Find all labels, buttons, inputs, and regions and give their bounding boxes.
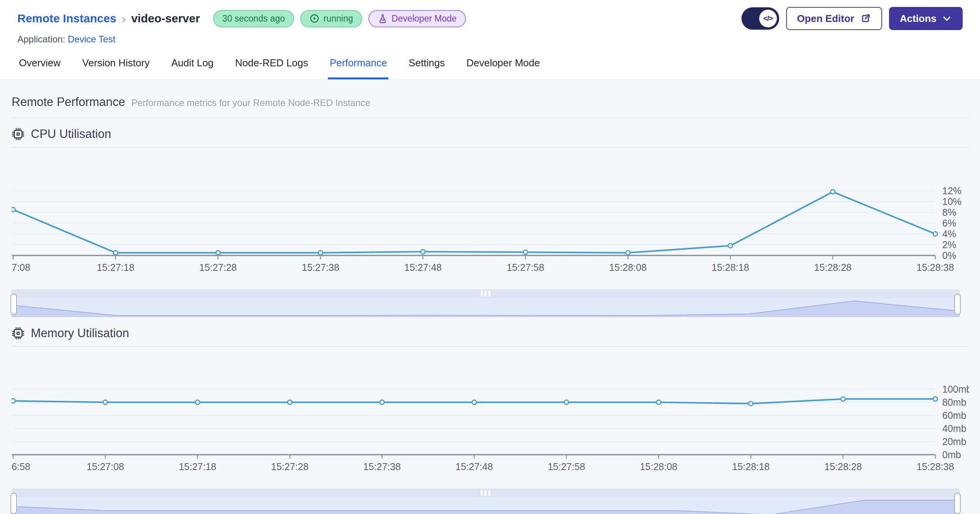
memory-chart: 100mb80mb60mb40mb20mb0mb6:5815:27:0815:2… [12,350,969,477]
memory-brush-strip[interactable] [12,489,960,497]
svg-text:15:28:38: 15:28:38 [916,262,954,273]
page-subtitle: Performance metrics for your Remote Node… [131,97,370,108]
memory-range-slider[interactable] [12,489,960,514]
drag-grip-icon[interactable] [481,490,491,496]
cpu-brush-handle-left[interactable] [10,294,17,315]
svg-text:15:27:18: 15:27:18 [179,461,216,472]
status-badge: running [300,10,362,27]
svg-text:60mb: 60mb [942,410,967,421]
svg-text:15:28:08: 15:28:08 [640,461,677,472]
cpu-section-heading: CPU Utilisation [12,127,969,141]
actions-button[interactable]: Actions [889,7,963,30]
divider [12,118,969,118]
svg-text:2%: 2% [942,239,956,250]
code-icon: </> [759,10,777,27]
breadcrumb-separator-icon: › [122,12,126,26]
drag-grip-icon[interactable] [481,291,491,297]
external-link-icon [860,13,871,24]
last-seen-badge: 30 seconds ago [213,10,294,27]
cpu-brush-strip[interactable] [12,289,960,298]
divider [12,346,969,347]
memory-brush-handle-left[interactable] [10,493,17,514]
svg-text:0mb: 0mb [942,449,961,460]
svg-text:15:27:58: 15:27:58 [507,262,544,273]
tab-version-history[interactable]: Version History [81,49,151,79]
tab-overview[interactable]: Overview [17,49,62,79]
svg-text:6%: 6% [942,218,956,228]
cpu-brush-minimap [12,298,960,317]
memory-section-heading: Memory Utilisation [12,326,969,340]
tab-settings[interactable]: Settings [407,49,446,79]
divider [12,147,969,148]
svg-text:15:27:58: 15:27:58 [548,461,585,472]
instance-name: video-server [131,12,200,25]
tab-node-red-logs[interactable]: Node-RED Logs [234,49,309,79]
svg-text:15:27:38: 15:27:38 [363,461,401,472]
developer-mode-badge: Developer Mode [368,10,466,27]
cpu-chip-icon [12,327,25,340]
svg-text:7:08: 7:08 [12,262,30,273]
svg-text:15:27:28: 15:27:28 [199,262,237,273]
chevron-down-icon [942,13,952,24]
tab-performance[interactable]: Performance [328,49,388,79]
application-label: Application: [17,34,65,44]
main-content: Remote Performance Performance metrics f… [0,80,980,514]
memory-section-title: Memory Utilisation [31,326,129,340]
cpu-range-slider[interactable] [12,289,960,317]
svg-text:100mb: 100mb [942,384,969,395]
svg-text:8%: 8% [942,207,956,218]
breadcrumb: Remote Instances › video-server [17,12,200,26]
svg-text:0%: 0% [942,250,956,261]
breadcrumb-remote-instances-link[interactable]: Remote Instances [17,12,116,25]
svg-text:15:28:38: 15:28:38 [916,461,954,472]
svg-text:15:27:38: 15:27:38 [302,262,339,273]
cpu-chip-icon [12,128,25,141]
memory-brush-minimap [12,497,960,514]
svg-text:40mb: 40mb [942,423,967,434]
svg-text:15:28:28: 15:28:28 [824,461,862,472]
svg-text:15:28:18: 15:28:18 [712,262,749,273]
developer-mode-toggle[interactable]: </> [741,7,779,30]
play-circle-icon [309,13,319,24]
flask-icon [378,13,388,24]
page-header: Remote Instances › video-server 30 secon… [0,0,980,49]
cpu-section-title: CPU Utilisation [31,127,111,141]
application-link[interactable]: Device Test [68,34,116,44]
application-line: Application: Device Test [17,34,963,45]
svg-text:10%: 10% [942,196,962,207]
svg-text:15:28:08: 15:28:08 [609,262,647,273]
svg-text:15:28:28: 15:28:28 [814,262,851,273]
svg-text:6:58: 6:58 [12,461,30,472]
svg-text:15:27:48: 15:27:48 [404,262,442,273]
svg-text:12%: 12% [942,185,962,196]
svg-text:20mb: 20mb [942,436,967,447]
tab-developer-mode[interactable]: Developer Mode [465,49,541,79]
memory-brush-handle-right[interactable] [954,493,961,514]
svg-text:15:27:08: 15:27:08 [87,461,124,472]
open-editor-button[interactable]: Open Editor [786,7,882,30]
page-title: Remote Performance [12,95,125,109]
svg-text:15:27:18: 15:27:18 [97,262,134,273]
svg-text:15:27:48: 15:27:48 [456,461,493,472]
svg-text:15:28:18: 15:28:18 [732,461,770,472]
tab-audit-log[interactable]: Audit Log [170,49,215,79]
cpu-chart: 12%10%8%6%4%2%0%7:0815:27:1815:27:2815:2… [12,151,969,278]
svg-text:15:27:28: 15:27:28 [271,461,308,472]
cpu-brush-handle-right[interactable] [954,294,961,315]
tab-bar: Overview Version History Audit Log Node-… [0,49,980,80]
svg-text:4%: 4% [942,228,956,239]
svg-text:80mb: 80mb [942,397,967,408]
